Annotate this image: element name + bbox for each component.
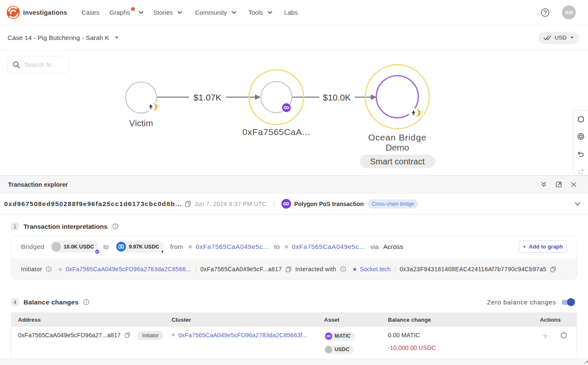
svg-text:Ocean Bridge: Ocean Bridge [368, 132, 426, 142]
svg-text:$1.07K: $1.07K [194, 93, 222, 102]
svg-text:$10.0K: $10.0K [323, 93, 351, 102]
svg-text:Smart contract: Smart contract [370, 157, 425, 166]
svg-text:0xFa7565CaA...: 0xFa7565CaA... [242, 127, 310, 137]
svg-text:Victim: Victim [129, 118, 153, 128]
svg-text:Demo: Demo [386, 143, 409, 152]
svg-text:$: $ [120, 244, 122, 249]
